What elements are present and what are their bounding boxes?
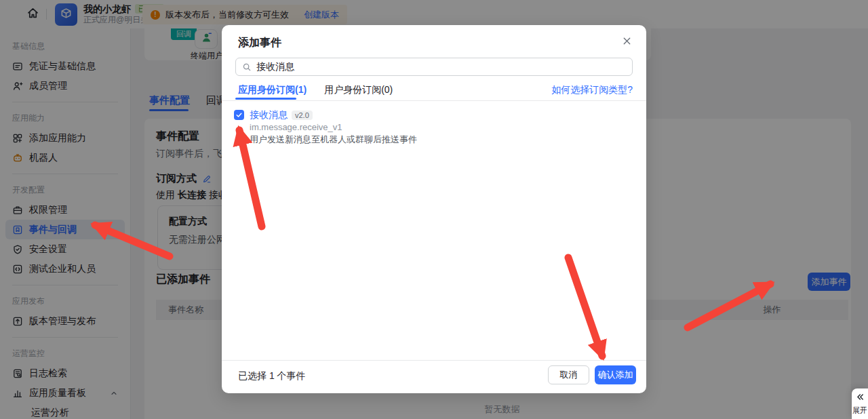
modal-title: 添加事件 [238, 36, 281, 50]
event-code: im.message.receive_v1 [250, 122, 342, 132]
subscription-help-link[interactable]: 如何选择订阅类型? [551, 84, 633, 96]
event-search-box[interactable] [235, 58, 633, 76]
search-input[interactable] [256, 62, 626, 73]
page: 我的小龙虾 已启用 正式应用@明日头条 ! 版本发布后，当前修改方可生效 创建版… [0, 0, 868, 419]
modal-tabs-divider [222, 100, 646, 101]
confirm-add-button[interactable]: 确认添加 [595, 365, 636, 384]
event-version-badge: v2.0 [292, 111, 313, 120]
search-icon [242, 62, 252, 72]
modal-footer-divider [222, 360, 646, 361]
event-description: 用户发送新消息至机器人或群聊后推送事件 [250, 134, 417, 146]
modal-active-tab-underline [235, 98, 296, 100]
tab-app-subscription[interactable]: 应用身份订阅(1) [238, 84, 307, 96]
expand-label: 展开 [852, 405, 867, 416]
modal-tabs: 应用身份订阅(1) 用户身份订阅(0) 如何选择订阅类型? [238, 84, 633, 96]
add-event-modal: 添加事件 应用身份订阅(1) 用户身份订阅(0) 如何选择订阅类型? 接收消息 … [222, 25, 646, 393]
close-button[interactable] [619, 35, 634, 49]
event-checkbox[interactable] [234, 110, 244, 120]
selected-count-text: 已选择 1 个事件 [238, 370, 306, 382]
double-chevron-left-icon [856, 392, 865, 404]
expand-panel-button[interactable]: 展开 [852, 388, 868, 419]
event-name[interactable]: 接收消息 [250, 109, 288, 121]
tab-user-subscription[interactable]: 用户身份订阅(0) [324, 84, 393, 96]
close-icon [622, 36, 632, 49]
cancel-button[interactable]: 取消 [548, 365, 589, 384]
